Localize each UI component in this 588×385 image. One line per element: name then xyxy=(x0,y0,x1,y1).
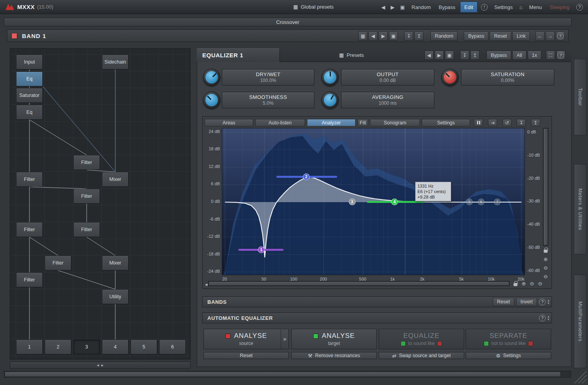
preset-export-button[interactable]: ↥ xyxy=(531,119,540,126)
module-sidechain-1[interactable]: Sidechain xyxy=(102,55,129,69)
routing-hscrollbar[interactable]: ◂ ▸ xyxy=(10,361,191,369)
export-icon[interactable]: ↥ xyxy=(470,51,479,60)
module-eq-2[interactable]: Eq xyxy=(16,71,43,86)
equalizer-tab[interactable]: EQUALIZER 1 xyxy=(197,48,280,62)
edit-button[interactable]: Edit xyxy=(460,2,477,13)
global-presets-button[interactable]: ▦ Global presets xyxy=(293,4,334,10)
eq-band-handle-1[interactable]: 1 xyxy=(258,246,265,253)
expand-icon[interactable]: ⛶ xyxy=(546,51,555,60)
slot-2[interactable]: 2 xyxy=(45,339,71,354)
smoothness-knob[interactable] xyxy=(203,91,220,109)
module-input-0[interactable]: Input xyxy=(16,55,43,69)
help-icon[interactable]: ? xyxy=(556,31,565,40)
graph-tab-auto-listen[interactable]: Auto-listen xyxy=(255,119,305,126)
save-preset-button[interactable]: ▣ xyxy=(389,31,398,40)
module-filter-11[interactable]: Filter xyxy=(45,255,71,270)
eq-all-button[interactable]: All xyxy=(512,51,526,60)
settings-button[interactable]: ⚙Settings xyxy=(466,352,551,359)
button-menu-handle[interactable]: ≡ xyxy=(281,329,289,349)
averaging-knob[interactable] xyxy=(321,91,339,109)
next-preset-button[interactable]: ▶ xyxy=(379,31,388,40)
eq-band-handle-2[interactable]: 2 xyxy=(303,173,310,180)
module-mixer-7[interactable]: Mixer xyxy=(102,172,129,187)
module-mixer-12[interactable]: Mixer xyxy=(102,255,129,270)
save-preset-button[interactable]: ▣ xyxy=(445,51,454,60)
scroll-right-icon[interactable]: ▸ xyxy=(102,363,104,368)
main-hscrollbar[interactable] xyxy=(4,371,571,378)
prev-preset-button[interactable]: ◀ xyxy=(425,51,434,60)
import-icon[interactable]: ↧ xyxy=(460,51,469,60)
analyse-target-button[interactable]: ANALYSEtarget xyxy=(291,329,377,349)
saturation-display[interactable]: SATURATION0.00% xyxy=(461,69,554,86)
equalize-to-sound-like-button[interactable]: EQUALIZEto sound like xyxy=(379,329,464,349)
module-utility-14[interactable]: Utility xyxy=(102,289,129,304)
side-tab-multiparameters[interactable]: MultiParameters xyxy=(574,275,586,368)
bands-invert-button[interactable]: Invert xyxy=(516,298,537,306)
module-eq-4[interactable]: Eq xyxy=(16,105,43,120)
pause-button[interactable] xyxy=(474,119,483,126)
band-reset-button[interactable]: Reset xyxy=(490,31,511,40)
side-tab-toolbar[interactable]: Toolbar xyxy=(574,59,586,135)
export-icon[interactable]: ↥ xyxy=(414,31,423,40)
arrow-right-icon[interactable]: → xyxy=(546,31,555,40)
scroll-left-icon[interactable]: ◂ xyxy=(203,281,210,288)
save-preset-button[interactable]: ▣ xyxy=(397,0,408,14)
graph-tab-fill[interactable]: Fill xyxy=(358,119,368,126)
crossover-tab[interactable]: Crossover xyxy=(4,18,572,26)
scroll-left-icon[interactable]: ◂ xyxy=(97,363,99,368)
help-icon[interactable]: ? xyxy=(556,51,565,60)
module-filter-5[interactable]: Filter xyxy=(73,155,100,170)
output-display[interactable]: OUTPUT0.00 dB xyxy=(341,69,434,86)
undo-button[interactable]: ↺ xyxy=(503,119,512,126)
collapse-toggle[interactable]: ▴▾ xyxy=(548,315,549,321)
arrow-left-icon[interactable]: ← xyxy=(535,31,544,40)
settings-button[interactable]: Settings xyxy=(490,0,517,14)
module-filter-6[interactable]: Filter xyxy=(16,172,43,187)
slot-4[interactable]: 4 xyxy=(102,339,129,354)
module-filter-9[interactable]: Filter xyxy=(16,222,43,237)
eq-bypass-button[interactable]: Bypass xyxy=(486,51,511,60)
zoom-reset-icon[interactable]: ⊖ xyxy=(542,273,549,280)
help-icon[interactable]: ? xyxy=(573,0,586,14)
step-forward-button[interactable]: ⇥ xyxy=(488,119,497,126)
eq-band-handle-4[interactable]: 4 xyxy=(391,199,398,205)
slot-3[interactable]: 3 xyxy=(73,339,100,354)
presets-button[interactable]: ▦ Presets xyxy=(336,51,367,60)
graph-tab-sonogram[interactable]: Sonogram xyxy=(370,119,420,126)
eq-band-handle-3[interactable]: 3 xyxy=(349,199,356,205)
saturation-knob[interactable] xyxy=(441,69,459,86)
help-icon[interactable]: ? xyxy=(539,315,546,321)
prev-preset-button[interactable]: ◀ xyxy=(379,0,388,14)
band-color-swatch[interactable] xyxy=(11,33,17,39)
random-button[interactable]: Random xyxy=(408,0,435,14)
separate-not-to-sound-like-button[interactable]: SEPARATEnot to sound like xyxy=(466,329,551,349)
reset-button[interactable]: Reset xyxy=(203,352,289,359)
dry-wet-knob[interactable] xyxy=(203,69,220,86)
eq-band-handle-5[interactable]: 5 xyxy=(466,199,473,205)
graph-tab-analyzer[interactable]: Analyzer xyxy=(307,119,356,126)
help-icon[interactable]: ? xyxy=(539,299,546,305)
import-icon[interactable]: ↧ xyxy=(404,31,413,40)
bypass-button[interactable]: Bypass xyxy=(435,0,459,14)
slot-5[interactable]: 5 xyxy=(131,339,157,354)
graph-hscrollbar[interactable] xyxy=(208,281,510,286)
graph-vscrollbar[interactable] xyxy=(543,128,548,246)
slot-6[interactable]: 6 xyxy=(159,339,186,354)
eq-band-handle-7[interactable]: 7 xyxy=(494,199,501,205)
eq-oversampling-button[interactable]: 1x xyxy=(528,51,541,60)
smoothness-display[interactable]: SMOOTHNESS5.0% xyxy=(222,92,314,108)
remove-resonances-button[interactable]: ⚒Remove resonances xyxy=(291,352,377,359)
swap-source-and-target-button[interactable]: ⇄Swap source and target xyxy=(379,352,464,359)
menu-button[interactable]: Menu xyxy=(525,0,546,14)
sleeping-indicator[interactable]: Sleeping xyxy=(546,0,573,14)
next-preset-button[interactable]: ▶ xyxy=(435,51,444,60)
zoom-in-icon[interactable]: ⊕ xyxy=(542,255,549,263)
module-saturator-3[interactable]: Saturator xyxy=(16,88,43,103)
grid-icon[interactable]: ▦ xyxy=(358,31,367,40)
prev-preset-button[interactable]: ◀ xyxy=(368,31,377,40)
dry-wet-display[interactable]: DRY/WET100.0% xyxy=(222,69,314,86)
band-random-button[interactable]: Random xyxy=(430,31,457,40)
band-bypass-button[interactable]: Bypass xyxy=(464,31,488,40)
next-preset-button[interactable]: ▶ xyxy=(388,0,397,14)
band-link-button[interactable]: Link xyxy=(512,31,530,40)
